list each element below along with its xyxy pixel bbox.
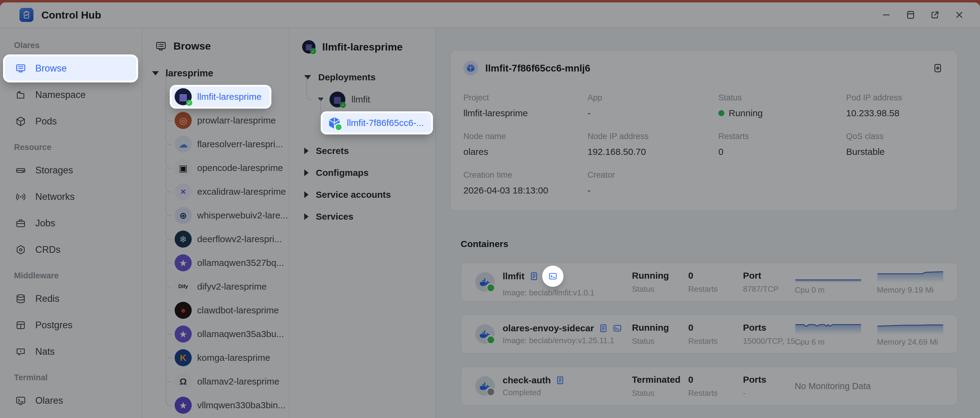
tree-group-collapsed[interactable]: Secrets bbox=[304, 140, 435, 162]
container-logs-icon[interactable] bbox=[555, 376, 565, 385]
browse-panel-title: Browse bbox=[173, 40, 211, 52]
tree-connector-line bbox=[165, 121, 172, 145]
app-tree-row: ★ ✓ ollamaqwen3527bq... bbox=[172, 251, 289, 275]
tree-group-label: Services bbox=[316, 211, 353, 222]
namespace-tree-root[interactable]: laresprime bbox=[152, 68, 289, 79]
pod-field: Status Running bbox=[718, 93, 846, 118]
close-button[interactable] bbox=[952, 8, 967, 22]
browse-panel-header: Browse bbox=[142, 28, 289, 52]
sidebar-item-label: Redis bbox=[35, 293, 59, 304]
app-tree-item[interactable]: ⊛ ✓ whisperwebuiv2-lare... bbox=[172, 205, 296, 226]
sidebar-item[interactable]: Postgres bbox=[5, 313, 136, 337]
app-tree-item[interactable]: ❄ ✓ deerflowv2-larespri... bbox=[172, 229, 290, 249]
app-tree-item[interactable]: ★ ✓ ollamaqwen35a3bu... bbox=[172, 324, 292, 344]
app-running-check-badge: ✓ bbox=[186, 100, 192, 106]
app-tree-item[interactable]: ☁ ✓ flaresolverr-larespri... bbox=[172, 134, 291, 154]
container-ports-value: 8787/TCP bbox=[743, 284, 795, 294]
container-ports-title: Ports bbox=[743, 375, 795, 385]
pod-field: Pod IP address 10.233.98.58 bbox=[846, 93, 944, 118]
sidebar-section-label: Olares bbox=[5, 36, 136, 56]
container-state-dot bbox=[486, 335, 495, 344]
app-tree-item[interactable]: ● ✓ clawdbot-laresprime bbox=[172, 300, 286, 320]
app-identity: Control Hub bbox=[19, 8, 101, 22]
container-image-label: Image: beclab/llmfit:v1.0.1 bbox=[503, 288, 595, 297]
sidebar-item[interactable]: Nats bbox=[5, 340, 136, 364]
tree-pod-item[interactable]: llmfit-7f86f65cc6-... bbox=[323, 113, 431, 133]
container-logs-icon[interactable] bbox=[530, 272, 539, 281]
app-icon: × ✓ bbox=[175, 183, 192, 200]
sidebar-item[interactable]: Jobs bbox=[5, 211, 136, 235]
tree-workload-llmfit[interactable]: ▦ ✓ llmfit bbox=[318, 88, 435, 111]
pod-cube-icon bbox=[328, 116, 341, 130]
app-tree-item[interactable]: Ω ✓ ollamav2-laresprime bbox=[172, 372, 287, 391]
app-icon-glyph: × bbox=[180, 186, 186, 197]
app-icon-glyph: ★ bbox=[179, 400, 188, 411]
sidebar-item[interactable]: Browse bbox=[5, 56, 136, 81]
app-tree-item[interactable]: ★ ✓ vllmqwen330ba3bin... bbox=[172, 395, 293, 415]
memory-sparkline-chart bbox=[877, 321, 944, 335]
sidebar-item[interactable]: Olares bbox=[5, 388, 136, 413]
window-layout-button[interactable] bbox=[903, 8, 918, 22]
containers-heading: Containers bbox=[461, 239, 958, 249]
sidebar-item-label: Jobs bbox=[35, 218, 55, 229]
app-icon: ☁ ✓ bbox=[175, 136, 192, 153]
tree-group-collapsed[interactable]: Service accounts bbox=[304, 184, 435, 206]
cpu-usage-label: Cpu 0 m bbox=[795, 285, 862, 295]
sidebar: Olares Browse Namespace bbox=[0, 28, 142, 418]
sidebar-item[interactable]: CRDs bbox=[5, 238, 136, 262]
sidebar-item[interactable]: Redis bbox=[5, 286, 136, 311]
sidebar-item[interactable]: Networks bbox=[5, 185, 136, 209]
pod-field: Node IP address 192.168.50.70 bbox=[587, 132, 718, 157]
tree-connector-line bbox=[165, 168, 172, 192]
container-terminal-icon[interactable] bbox=[613, 324, 622, 333]
tree-group-label: Deployments bbox=[318, 72, 375, 83]
pod-field-value: llmfit-laresprime bbox=[463, 108, 587, 118]
app-tree-item[interactable]: K ✓ komga-laresprime bbox=[172, 348, 278, 368]
app-icon: ◎ ✓ bbox=[175, 112, 192, 129]
tree-group-collapsed[interactable]: Configmaps bbox=[304, 162, 435, 184]
container-ports-col: Ports 15000/TCP, 15... bbox=[743, 323, 795, 346]
app-tree-item[interactable]: ▦ ✓ llmfit-laresprime bbox=[172, 87, 270, 107]
sidebar-item[interactable]: Storages bbox=[5, 158, 136, 183]
app-tree-item[interactable]: Dify ✓ difyv2-laresprime bbox=[172, 277, 274, 297]
app-name-label: excalidraw-laresprime bbox=[197, 186, 286, 197]
pod-field-label: Creation time bbox=[463, 170, 587, 180]
app-name-label: clawdbot-laresprime bbox=[197, 305, 279, 315]
container-restarts-value: 0 bbox=[688, 375, 743, 385]
app-icon-glyph: K bbox=[180, 353, 186, 363]
detach-button[interactable] bbox=[928, 8, 942, 22]
pod-field-value: olares bbox=[463, 147, 587, 157]
memory-sparkline-chart bbox=[877, 270, 944, 283]
sidebar-item-label: Browse bbox=[35, 63, 67, 74]
tree-connector-line bbox=[165, 239, 172, 264]
app-tree-row: ▦ ✓ llmfit-laresprime bbox=[172, 85, 289, 109]
minimize-button[interactable] bbox=[879, 8, 894, 22]
tree-group-deployments[interactable]: Deployments bbox=[304, 66, 435, 88]
watch-pod-button[interactable] bbox=[931, 62, 944, 75]
memory-usage-label: Memory 24.69 Mi bbox=[877, 337, 944, 347]
container-status-col: Running Status bbox=[632, 270, 688, 294]
sidebar-item[interactable]: Pods bbox=[5, 109, 136, 134]
collapsed-groups: Secrets Configmaps Service accounts bbox=[290, 140, 435, 227]
app-tree-item[interactable]: ▣ ✓ opencode-laresprime bbox=[172, 158, 291, 178]
app-icon-glyph: ❄ bbox=[179, 234, 187, 245]
container-terminal-icon[interactable] bbox=[543, 267, 562, 286]
sidebar-item-icon bbox=[15, 165, 26, 176]
container-logs-icon[interactable] bbox=[599, 324, 608, 333]
container-ports-title: Port bbox=[743, 270, 795, 281]
namespace-root-label: laresprime bbox=[165, 68, 213, 79]
sidebar-item[interactable]: Namespace bbox=[5, 83, 136, 107]
app-tree-item[interactable]: ★ ✓ ollamaqwen3527bq... bbox=[172, 253, 292, 273]
app-name-label: vllmqwen330ba3bin... bbox=[197, 400, 285, 410]
cpu-sparkline-chart bbox=[795, 321, 862, 335]
app-tree-item[interactable]: ◎ ✓ prowlarr-laresprime bbox=[172, 110, 283, 130]
tree-group-collapsed[interactable]: Services bbox=[304, 206, 435, 227]
app-tree-row: Ω ✓ ollamav2-laresprime bbox=[172, 370, 289, 393]
container-row: olares-envoy-sidecar Image: beclab/envoy… bbox=[461, 315, 958, 353]
window-controls bbox=[879, 8, 967, 22]
app-name-label: llmfit-laresprime bbox=[197, 92, 262, 102]
chevron-right-icon bbox=[304, 191, 309, 198]
app-tree-item[interactable]: × ✓ excalidraw-laresprime bbox=[172, 182, 294, 202]
pod-running-dot bbox=[335, 123, 343, 131]
pod-field: QoS class Burstable bbox=[846, 132, 944, 157]
